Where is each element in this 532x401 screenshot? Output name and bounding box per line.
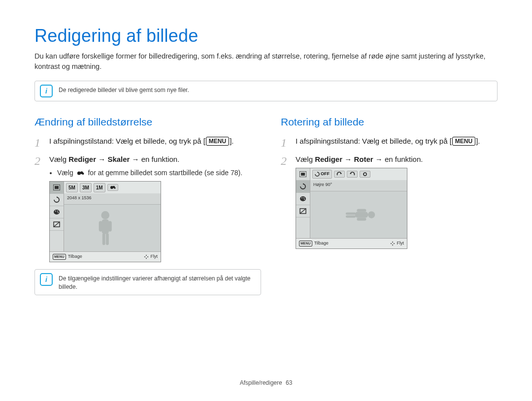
svg-point-28 [301, 197, 302, 198]
menu-small-icon: MENU [53, 254, 66, 260]
step1-text-c: ]. [230, 137, 233, 145]
lcd-move-label: Flyt [397, 240, 404, 247]
step2-a: Vælg [49, 155, 68, 163]
svg-point-2 [82, 173, 84, 175]
svg-point-7 [55, 211, 56, 212]
resize-mode-icon [50, 182, 64, 194]
chip-rotate-left-icon [347, 171, 358, 178]
step-2: Vælg Rediger → Skaler → en funktion. Væl… [34, 154, 261, 263]
lcd-preview [310, 191, 407, 238]
lcd-bottombar: MENU Tilbage Flyt [50, 251, 161, 262]
svg-point-6 [54, 210, 60, 215]
svg-marker-22 [144, 256, 145, 257]
menu-button-label: MENU [452, 137, 475, 146]
svg-rect-4 [55, 186, 59, 189]
lcd-back-label: Tilbage [314, 240, 329, 247]
columns: Ændring af billedstørrelse I afspilnings… [34, 116, 498, 310]
svg-rect-17 [108, 221, 112, 231]
steps-rotate: I afspilningstilstand: Vælg et billede, … [281, 136, 498, 249]
palette-icon [50, 206, 64, 218]
lcd-preview [64, 205, 161, 251]
page-title: Redigering af billede [34, 26, 498, 46]
chip-1m: 1M [94, 183, 105, 192]
svg-rect-25 [301, 173, 305, 176]
step2-d: Roter [354, 155, 373, 163]
bullet-a: Vælg [57, 169, 75, 177]
dpad-icon [390, 241, 395, 246]
svg-point-30 [304, 199, 305, 200]
chip-off: OFF [312, 170, 332, 179]
lcd-move-group: Flyt [390, 240, 404, 247]
intro-text: Du kan udføre forskellige former for bil… [34, 51, 498, 72]
lcd-info: Højre 90° [310, 180, 407, 191]
menu-small-icon: MENU [299, 241, 312, 247]
step1-text-a: I afspilningstilstand: Vælg et billede, … [49, 137, 205, 145]
step1-text-a: I afspilningstilstand: Vælg et billede, … [296, 137, 452, 145]
step-1: I afspilningstilstand: Vælg et billede, … [281, 136, 498, 147]
chip-5m: 5M [66, 183, 78, 192]
bullet-list: Vælg for at gemme billedet som startbill… [49, 168, 261, 178]
lcd-sidebar [50, 182, 64, 251]
page-footer: Afspille/redigere 63 [0, 379, 532, 386]
adjust-icon [296, 205, 310, 217]
svg-rect-39 [346, 213, 356, 215]
arrow-icon: → [342, 155, 354, 163]
svg-rect-40 [346, 216, 356, 218]
svg-rect-38 [357, 217, 366, 220]
lcd-mock-rotate: OFF [296, 168, 407, 249]
steps-resize: I afspilningstilstand: Vælg et billede, … [34, 136, 261, 262]
note-icon: i [40, 85, 53, 97]
note-icon: i [40, 273, 53, 286]
svg-point-0 [77, 172, 80, 175]
chip-3m: 3M [80, 183, 92, 192]
svg-rect-19 [106, 233, 109, 245]
section-rotate-title: Rotering af billede [281, 116, 498, 128]
footer-section: Afspille/redigere [240, 379, 282, 386]
svg-point-8 [57, 211, 58, 212]
rotate-mode-icon [296, 181, 310, 193]
svg-point-27 [300, 196, 306, 201]
svg-rect-18 [102, 233, 105, 245]
svg-rect-15 [102, 219, 109, 234]
footer-page-number: 63 [286, 379, 292, 386]
svg-marker-42 [392, 245, 393, 246]
svg-point-29 [303, 197, 304, 198]
lcd-move-group: Flyt [144, 253, 158, 260]
svg-point-13 [114, 187, 115, 188]
startimage-icon [77, 170, 85, 177]
dpad-icon [144, 254, 149, 259]
svg-marker-44 [394, 243, 395, 244]
palette-icon [296, 193, 310, 205]
lcd-bottombar: MENU Tilbage Flyt [296, 238, 407, 248]
step-1: I afspilningstilstand: Vælg et billede, … [34, 136, 261, 147]
step2-d: Skaler [107, 155, 130, 163]
svg-marker-43 [390, 243, 392, 244]
step2-a: Vælg [296, 155, 315, 163]
chip-rotate-right-icon [334, 171, 345, 178]
lcd-back-label: Tilbage [68, 253, 82, 260]
lcd-info: 2048 x 1536 [64, 193, 161, 205]
svg-marker-20 [146, 254, 147, 256]
step2-e: → en funktion. [130, 155, 179, 163]
lcd-toprow: 5M 3M 1M [64, 182, 161, 193]
svg-marker-33 [350, 172, 351, 174]
svg-rect-36 [355, 212, 368, 218]
svg-marker-32 [340, 172, 342, 174]
svg-marker-26 [303, 183, 304, 185]
chip-off-text: OFF [321, 171, 330, 178]
lcd-main: OFF [310, 168, 407, 238]
svg-point-35 [368, 211, 375, 218]
note-top-text: De redigerede billeder vil blive gemt so… [59, 85, 189, 94]
note-bottom-left: i De tilgængelige indstillinger varierer… [34, 269, 261, 295]
lcd-sidebar [296, 168, 310, 238]
lcd-mock-resize: 5M 3M 1M 2048 x 1536 [49, 181, 161, 262]
lcd-main: 5M 3M 1M 2048 x 1536 [64, 182, 161, 251]
lcd-back-group: MENU Tilbage [299, 240, 329, 247]
menu-button-label: MENU [206, 137, 229, 146]
lcd-body: 5M 3M 1M 2048 x 1536 [50, 182, 161, 251]
step-2: Vælg Rediger → Roter → en funktion. [281, 154, 498, 249]
step1-text-c: ]. [476, 137, 480, 145]
column-left: Ændring af billedstørrelse I afspilnings… [34, 116, 261, 310]
note-bottom-text: De tilgængelige indstillinger varierer a… [59, 273, 256, 291]
bullet-item: Vælg for at gemme billedet som startbill… [57, 168, 261, 178]
